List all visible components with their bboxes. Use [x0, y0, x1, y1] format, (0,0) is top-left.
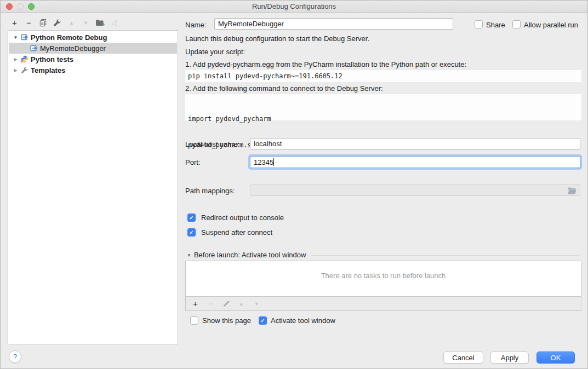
tree-item-label: Python Remote Debug [31, 33, 107, 42]
local-host-name-label: Local host name: [185, 140, 239, 149]
add-icon[interactable]: + [191, 299, 200, 308]
tree-item-label: Python tests [31, 55, 73, 64]
allow-parallel-run-label: Allow parallel run [524, 21, 578, 30]
text-caret [273, 158, 274, 166]
chevron-expanded-icon[interactable]: ▼ [187, 253, 191, 258]
settrace-code-snippet: import pydevd_pycharm pydevd_pycharm.set… [185, 94, 581, 120]
instruction-line-2: Update your script: [185, 48, 245, 56]
check-icon: ✓ [189, 215, 193, 221]
apply-button[interactable]: Apply [490, 351, 529, 364]
sort-alphabetically-icon: ↓ az [110, 18, 119, 27]
before-launch-toolbar: + − ▲ ▼ [185, 297, 581, 311]
tree-item-python-tests[interactable]: ▶ Python tests [9, 54, 177, 65]
run-debug-configurations-dialog: Run/Debug Configurations + − ▲ ▼ ↓ az ▼ … [0, 0, 588, 369]
code-line: import pydevd_pycharm [188, 114, 581, 123]
copy-icon[interactable] [38, 18, 48, 27]
show-this-page-checkbox[interactable] [190, 316, 198, 325]
allow-parallel-run-checkbox[interactable] [512, 20, 521, 28]
activate-tool-window-checkbox[interactable]: ✓ [259, 316, 267, 325]
tree-item-python-remote-debug[interactable]: ▼ Python Remote Debug [9, 32, 177, 43]
new-folder-icon[interactable] [95, 18, 105, 27]
local-host-name-input[interactable] [250, 138, 580, 149]
port-input[interactable] [250, 156, 580, 168]
close-button[interactable] [6, 3, 13, 10]
section-divider [311, 255, 580, 256]
path-mappings-input[interactable] [250, 184, 580, 196]
instruction-step-1: 1. Add pydevd-pycharm.egg from the PyCha… [185, 60, 466, 69]
name-input[interactable] [214, 18, 453, 30]
remote-debug-icon [20, 33, 29, 41]
before-launch-section-header: ▼ Before launch: Activate tool window [185, 251, 580, 260]
window-title: Run/Debug Configurations [252, 2, 336, 10]
show-this-page-label: Show this page [202, 316, 251, 325]
share-checkbox[interactable] [475, 20, 483, 28]
remove-icon[interactable]: − [24, 18, 33, 27]
tree-item-myremotedebugger[interactable]: MyRemoteDebugger [9, 43, 177, 54]
before-launch-tasks-panel: There are no tasks to run before launch [185, 261, 581, 297]
configurations-tree: ▼ Python Remote Debug MyRemoteDebugger ▶… [8, 30, 178, 344]
remove-icon: − [206, 299, 215, 308]
name-label: Name: [185, 21, 206, 30]
folder-icon[interactable] [568, 187, 576, 196]
tree-item-templates[interactable]: ▶ Templates [9, 65, 177, 76]
share-label: Share [486, 21, 505, 30]
check-icon: ✓ [189, 229, 193, 235]
title-bar: Run/Debug Configurations [1, 1, 587, 13]
minimize-button [17, 3, 24, 10]
move-up-icon: ▲ [237, 299, 246, 308]
help-question-mark: ? [13, 353, 17, 361]
redirect-output-checkbox[interactable]: ✓ [187, 214, 196, 222]
python-tests-icon [20, 55, 29, 63]
edit-wrench-icon[interactable] [53, 18, 62, 27]
path-mappings-label: Path mappings: [185, 187, 235, 195]
suspend-after-connect-checkbox[interactable]: ✓ [187, 228, 196, 237]
wrench-icon [20, 66, 29, 74]
port-field-wrap [250, 156, 580, 168]
redirect-output-label: Redirect output to console [201, 214, 284, 222]
chevron-collapsed-icon[interactable]: ▶ [12, 68, 19, 73]
instruction-line-1: Launch this debug configuration to start… [185, 34, 369, 43]
chevron-expanded-icon[interactable]: ▼ [12, 35, 19, 40]
cancel-button[interactable]: Cancel [443, 351, 483, 364]
instruction-step-2: 2. Add the following command to connect … [185, 84, 383, 93]
no-tasks-message: There are no tasks to run before launch [186, 272, 581, 280]
chevron-collapsed-icon[interactable]: ▶ [12, 57, 19, 62]
add-icon[interactable]: + [10, 18, 19, 27]
maximize-button[interactable] [28, 3, 35, 10]
suspend-after-connect-label: Suspend after connect [201, 228, 272, 237]
edit-pencil-icon [221, 299, 231, 308]
check-icon: ✓ [260, 318, 265, 324]
before-launch-label: Before launch: Activate tool window [194, 251, 306, 260]
traffic-lights [6, 3, 35, 10]
tree-item-label: MyRemoteDebugger [40, 44, 106, 53]
move-down-icon: ▼ [81, 18, 90, 27]
ok-button[interactable]: OK [536, 351, 575, 364]
activate-tool-window-label: Activate tool window [271, 316, 335, 325]
move-down-icon: ▼ [252, 299, 261, 308]
tree-item-label: Templates [31, 66, 65, 74]
remote-debug-icon [30, 44, 38, 52]
move-up-icon: ▲ [67, 18, 76, 27]
port-label: Port: [185, 158, 200, 167]
configurations-toolbar: + − ▲ ▼ ↓ az [10, 18, 119, 27]
pip-install-code-snippet: pip install pydevd-pycharm~=191.6605.12 [185, 70, 581, 82]
help-button[interactable]: ? [9, 350, 21, 363]
